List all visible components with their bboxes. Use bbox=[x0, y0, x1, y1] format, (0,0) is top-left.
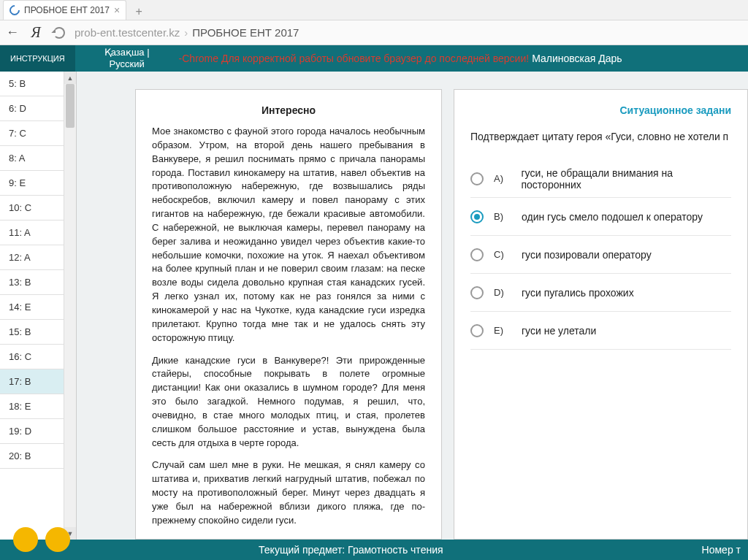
task-number-label: Номер т bbox=[702, 544, 748, 556]
url-host: prob-ent.testcenter.kz bbox=[75, 26, 180, 39]
option-letter: B) bbox=[494, 211, 511, 222]
option-row[interactable]: C)гуси позировали оператору bbox=[470, 236, 731, 274]
reading-panel: Интересно Мое знакомство с фауной этого … bbox=[135, 89, 442, 540]
reading-paragraph: Дикие канадские гуси в Ванкувере?! Эти п… bbox=[152, 354, 425, 450]
main-area: Интересно Мое знакомство с фауной этого … bbox=[77, 72, 748, 540]
answer-item[interactable]: 14: E bbox=[0, 295, 64, 320]
answer-item[interactable]: 13: B bbox=[0, 270, 64, 295]
option-text: гуси не улетали bbox=[522, 325, 596, 337]
radio-icon[interactable] bbox=[470, 324, 484, 337]
lang-kazakh[interactable]: Қазақша | bbox=[104, 47, 150, 58]
browser-tab-bar: ПРОБНОЕ ЕНТ 2017 × + bbox=[0, 0, 748, 20]
option-row[interactable]: A)гуси, не обращали внимания на посторон… bbox=[470, 160, 731, 198]
answer-item[interactable]: 17: B bbox=[0, 369, 64, 394]
question-panel: Ситуационное задани Подтверждает цитату … bbox=[454, 89, 748, 540]
address-bar: ← Я prob-ent.testcenter.kz › ПРОБНОЕ ЕНТ… bbox=[0, 20, 748, 45]
browser-tab[interactable]: ПРОБНОЕ ЕНТ 2017 × bbox=[3, 0, 126, 20]
answer-item[interactable]: 12: A bbox=[0, 245, 64, 270]
option-letter: A) bbox=[494, 173, 511, 184]
option-row[interactable]: D)гуси пугались прохожих bbox=[470, 274, 731, 312]
reading-title: Интересно bbox=[152, 104, 425, 116]
answer-item[interactable]: 11: A bbox=[0, 220, 64, 245]
url-field[interactable]: prob-ent.testcenter.kz › ПРОБНОЕ ЕНТ 201… bbox=[75, 26, 744, 39]
footer-bar: Текущий предмет: Грамотность чтения Номе… bbox=[0, 540, 748, 560]
answer-item[interactable]: 7: C bbox=[0, 121, 64, 146]
breadcrumb-separator: › bbox=[184, 26, 188, 39]
reading-paragraph: Случай сам шел мне в руки. Не мешкая, я … bbox=[152, 459, 425, 527]
option-text: гуси, не обращали внимания на посторонни… bbox=[522, 167, 732, 191]
answer-item[interactable]: 8: A bbox=[0, 146, 64, 171]
tab-title: ПРОБНОЕ ЕНТ 2017 bbox=[24, 5, 110, 15]
radio-icon[interactable] bbox=[470, 210, 484, 223]
radio-icon[interactable] bbox=[470, 248, 484, 261]
answer-item[interactable]: 10: C bbox=[0, 196, 64, 220]
footer-button-1[interactable] bbox=[13, 527, 38, 552]
answer-item[interactable]: 6: D bbox=[0, 96, 64, 121]
tab-favicon-icon bbox=[7, 3, 22, 18]
answers-list[interactable]: 5: B6: D7: C8: A9: E10: C11: A12: A13: B… bbox=[0, 72, 64, 540]
option-text: гуси позировали оператору bbox=[522, 249, 652, 261]
browser-warning: -Chrome Для корректной работы обновите б… bbox=[179, 53, 530, 64]
answer-item[interactable]: 9: E bbox=[0, 171, 64, 196]
reading-paragraph: Мое знакомство с фауной этого города нач… bbox=[152, 125, 425, 345]
scrollbar[interactable]: ▲ ▼ bbox=[64, 72, 76, 540]
instruction-button[interactable]: ИНСТРУКЦИЯ bbox=[0, 45, 75, 72]
new-tab-button[interactable]: + bbox=[129, 4, 148, 20]
language-switch[interactable]: Қазақша | Русский bbox=[75, 47, 179, 69]
radio-icon[interactable] bbox=[470, 286, 484, 299]
back-button[interactable]: ← bbox=[4, 25, 20, 41]
option-letter: D) bbox=[494, 287, 511, 298]
user-name: Малиновская Дарь bbox=[532, 53, 622, 64]
option-row[interactable]: E)гуси не улетали bbox=[470, 312, 731, 350]
answer-item[interactable]: 15: B bbox=[0, 320, 64, 345]
scroll-thumb[interactable] bbox=[66, 84, 75, 128]
answers-sidebar: 5: B6: D7: C8: A9: E10: C11: A12: A13: B… bbox=[0, 72, 77, 540]
app-header: ИНСТРУКЦИЯ Қазақша | Русский -Chrome Для… bbox=[0, 45, 748, 72]
lang-russian[interactable]: Русский bbox=[104, 58, 150, 70]
reload-button[interactable] bbox=[51, 25, 67, 41]
url-path: ПРОБНОЕ ЕНТ 2017 bbox=[192, 26, 299, 39]
answer-item[interactable]: 5: B bbox=[0, 72, 64, 96]
option-row[interactable]: B)один гусь смело подошел к оператору bbox=[470, 198, 731, 236]
option-letter: C) bbox=[494, 249, 511, 260]
reload-icon bbox=[53, 27, 65, 39]
option-text: один гусь смело подошел к оператору bbox=[522, 211, 703, 223]
footer-button-2[interactable] bbox=[45, 527, 70, 552]
options-list: A)гуси, не обращали внимания на посторон… bbox=[470, 160, 731, 350]
answer-item[interactable]: 19: D bbox=[0, 419, 64, 444]
current-subject: Текущий предмет: Грамотность чтения bbox=[0, 544, 702, 556]
yandex-icon[interactable]: Я bbox=[28, 25, 44, 41]
option-text: гуси пугались прохожих bbox=[522, 287, 634, 299]
scroll-up-icon[interactable]: ▲ bbox=[64, 72, 76, 84]
answer-item[interactable]: 20: B bbox=[0, 444, 64, 469]
answer-item[interactable]: 18: E bbox=[0, 394, 64, 419]
close-icon[interactable]: × bbox=[114, 4, 120, 16]
content-area: 5: B6: D7: C8: A9: E10: C11: A12: A13: B… bbox=[0, 72, 748, 540]
section-title: Ситуационное задани bbox=[470, 104, 731, 116]
question-text: Подтверждает цитату героя «Гуси, словно … bbox=[470, 131, 731, 142]
answer-item[interactable]: 16: C bbox=[0, 345, 64, 369]
option-letter: E) bbox=[494, 325, 511, 336]
radio-icon[interactable] bbox=[470, 172, 484, 185]
